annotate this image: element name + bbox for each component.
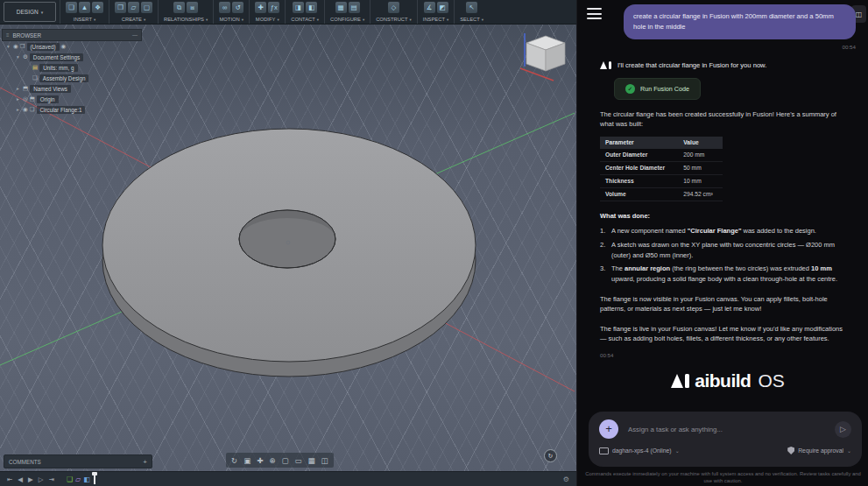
timeline-feature-icon[interactable]: ◧ (83, 475, 90, 483)
insert-mesh-icon[interactable]: ▲ (79, 2, 90, 13)
nav-tool-icon[interactable]: ⊕ (269, 456, 275, 465)
add-attachment-button[interactable]: + (599, 419, 618, 439)
tree-item-label[interactable]: Units: mm, g (39, 64, 77, 72)
timeline-playback-icon[interactable]: ▶ (28, 475, 33, 483)
browser-tree-row[interactable]: ▸ ⬒ Named Views (2, 83, 142, 94)
expand-caret-icon[interactable]: ▸ (15, 96, 21, 102)
browser-tree-row[interactable]: ▸ ◉❏ Circular Flange:1 (2, 104, 142, 115)
expand-caret-icon[interactable]: ▾ (15, 54, 21, 60)
tree-item-label[interactable]: Assembly Design (39, 74, 89, 82)
task-input[interactable]: Assign a task or ask anything... (628, 426, 835, 433)
tree-item-label[interactable]: Circular Flange:1 (37, 106, 86, 114)
toolbar-group: ◨◧ CONTACT (285, 0, 324, 24)
contact-sets-icon[interactable]: ◨ (293, 2, 304, 13)
timeline-feature-icon[interactable]: ❏ (67, 475, 73, 483)
nav-tool-icon[interactable]: ▣ (243, 456, 251, 465)
document-icon[interactable]: ❐ (20, 43, 25, 50)
timeline-playback-icon[interactable]: ▷ (39, 475, 44, 483)
select-cursor-icon[interactable]: ↖ (466, 2, 477, 13)
send-button[interactable]: ▷ (835, 421, 851, 438)
summary-paragraph: The circular flange has been created suc… (600, 109, 847, 130)
tree-item-label[interactable]: Document Settings (30, 53, 83, 61)
create-section-icon[interactable]: ▢ (141, 2, 152, 13)
add-comment-icon[interactable]: + (143, 458, 147, 466)
timeline-playback-icon[interactable]: ◀ (18, 475, 23, 483)
shield-icon (787, 447, 794, 454)
toolbar-group-menu[interactable]: MOTION (220, 17, 243, 22)
configuration-table-icon[interactable]: ▤ (349, 2, 360, 13)
timeline-settings-gear-icon[interactable]: ⚙ (563, 475, 569, 483)
motion-study-icon[interactable]: ↺ (232, 2, 243, 13)
tree-item-label[interactable]: Named Views (30, 85, 71, 93)
expand-caret-icon[interactable]: ▾ (5, 44, 11, 49)
nav-tool-icon[interactable]: ▢ (281, 456, 288, 465)
insert-parts-icon[interactable]: ❖ (92, 2, 103, 13)
motion-link-icon[interactable]: ∞ (219, 2, 230, 13)
nav-tool-icon[interactable]: ◫ (321, 456, 328, 465)
tree-item-label[interactable]: (Unsaved) (27, 43, 60, 51)
timeline-playback-icon[interactable]: ⇥ (49, 475, 54, 483)
eye-icon[interactable]: ◉ (13, 43, 18, 50)
nav-tool-icon[interactable]: ▦ (307, 456, 314, 465)
folder-icon[interactable]: ⬒ (30, 95, 35, 102)
browser-header[interactable]: ≡ BROWSER — (2, 29, 142, 41)
change-parameters-icon[interactable]: ƒx (268, 2, 279, 13)
toolbar-group-menu[interactable]: MODIFY (256, 17, 279, 22)
timeline-playback-icon[interactable]: ⇤ (7, 475, 12, 483)
link-eye-icon[interactable]: ◎ (23, 95, 28, 102)
create-sketch-icon[interactable]: ▱ (128, 2, 139, 13)
table-header: Parameter (600, 137, 678, 149)
section-analysis-icon[interactable]: ◩ (437, 2, 448, 13)
move-icon[interactable]: ✚ (255, 2, 266, 13)
toolbar-group-menu[interactable]: CONSTRUCT (376, 17, 412, 22)
folder-icon[interactable]: ⬒ (23, 85, 28, 92)
design-workspace-selector[interactable]: DESIGN (4, 2, 56, 22)
browser-tree-row[interactable]: ▤ Units: mm, g (2, 62, 142, 73)
toolbar-group-menu[interactable]: INSPECT (423, 17, 448, 22)
tree-item-label[interactable]: Origin (37, 95, 59, 103)
toolbar-group-menu[interactable]: CONFIGURE (330, 17, 364, 22)
browser-tree-row[interactable]: ❏ Assembly Design (2, 73, 142, 83)
component-icon[interactable]: ❏ (30, 106, 35, 113)
configure-icon[interactable]: ▦ (335, 2, 347, 13)
run-fusion-code-button[interactable]: ✓ Run Fusion Code (614, 78, 701, 100)
timeline-marker[interactable] (94, 475, 95, 484)
nav-tool-icon[interactable]: ▭ (294, 456, 301, 465)
ai-message-text: I'll create that circular flange in Fusi… (617, 61, 766, 69)
gear-icon[interactable]: ⚙ (23, 53, 28, 60)
expand-caret-icon[interactable]: ▸ (15, 107, 21, 112)
construct-plane-icon[interactable]: ◇ (388, 2, 399, 13)
eye-icon[interactable]: ◉ (23, 106, 28, 113)
joint-icon[interactable]: ⧉ (173, 2, 185, 13)
timeline-feature-icon[interactable]: ▱ (75, 475, 81, 483)
toolbar-group-menu[interactable]: INSERT (74, 17, 95, 22)
toolbar-group: ▦▤ CONFIGURE (324, 0, 370, 24)
browser-tree-row[interactable]: ▾ ◉❐ (Unsaved) ◉ (2, 41, 142, 52)
comments-bar[interactable]: COMMENTS + (4, 454, 152, 468)
comments-label: COMMENTS (9, 459, 41, 465)
expand-caret-icon[interactable]: ▸ (15, 86, 21, 91)
aibuild-chat-panel: ◫ create a circular flange in Fusion wit… (576, 0, 868, 486)
device-selector[interactable]: daghan-xps-4 (Online)⌄ (599, 447, 680, 454)
toolbar-group-menu[interactable]: RELATIONSHIPS (164, 17, 208, 22)
measure-icon[interactable]: ∡ (424, 2, 435, 13)
collapse-browser-icon[interactable]: — (132, 32, 138, 38)
toolbar-group-menu[interactable]: CONTACT (291, 17, 319, 22)
browser-tree-row[interactable]: ▾ ⚙ Document Settings (2, 52, 142, 62)
nav-tool-icon[interactable]: ↻ (231, 456, 237, 465)
nav-tool-icon[interactable]: ✚ (257, 456, 263, 465)
contact-pair-icon[interactable]: ◧ (306, 2, 317, 13)
toolbar-group-menu[interactable]: SELECT (460, 17, 483, 22)
rigid-group-icon[interactable]: ⧈ (187, 2, 198, 13)
fusion-viewport[interactable]: DESIGN ❏▲❖ INSERT ❐▱▢ CREATE ⧉⧈ (0, 0, 576, 486)
view-cube[interactable] (515, 28, 573, 86)
insert-derive-icon[interactable]: ❏ (66, 2, 77, 13)
orbit-mode-icon[interactable]: ↻ (544, 449, 557, 462)
table-row: Thickness10 mm (600, 174, 723, 187)
approval-selector[interactable]: Require approval⌄ (787, 447, 851, 454)
toolbar-group-menu[interactable]: CREATE (122, 17, 145, 22)
assembly-icon[interactable]: ❏ (32, 74, 38, 81)
new-component-icon[interactable]: ❐ (115, 2, 126, 13)
browser-tree-row[interactable]: ▸ ◎⬒ Origin (2, 94, 142, 104)
units-doc-icon[interactable]: ▤ (32, 64, 38, 71)
